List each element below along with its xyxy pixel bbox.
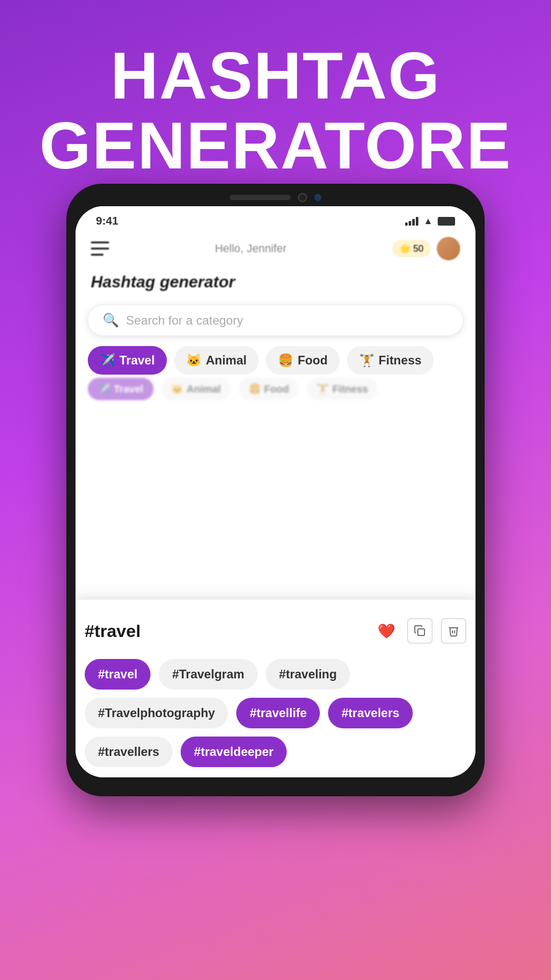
hashtag-chip[interactable]: #travelers	[328, 698, 412, 728]
hashtag-chip[interactable]: #traveldeeper	[181, 737, 287, 767]
header-greeting: Hello, Jennifer	[215, 242, 287, 255]
result-title: #travel	[85, 621, 141, 641]
hashtag-chip[interactable]: #Travelphotography	[85, 698, 228, 728]
heart-button[interactable]: ❤️	[373, 618, 399, 644]
result-card: #travel ❤️	[76, 600, 475, 777]
phone-sensor	[314, 194, 321, 201]
phone-speaker	[230, 195, 291, 200]
title-line1: HASHTAG	[110, 38, 440, 113]
category-row: ✈️ Travel 🐱 Animal 🍔 Food 🏋️	[88, 346, 463, 375]
hashtag-chip[interactable]: #traveling	[266, 659, 350, 690]
category-area: ✈️ Travel 🐱 Animal 🍔 Food 🏋️	[76, 343, 475, 411]
result-header: #travel ❤️	[85, 618, 466, 644]
phone-mockup: 9:41 ▲	[66, 184, 485, 796]
search-bar[interactable]: 🔍 Search for a category	[88, 305, 463, 336]
hashtag-chip[interactable]: #travellers	[85, 737, 172, 767]
search-placeholder: Search for a category	[126, 313, 243, 328]
hashtag-chip[interactable]: #travel	[85, 659, 151, 690]
chip-food-2: 🍔Food	[238, 378, 299, 400]
phone-screen: 9:41 ▲	[76, 206, 475, 777]
screen-inner: 9:41 ▲	[76, 206, 475, 777]
travel-label: Travel	[119, 353, 155, 368]
hashtags-area: #travel #Travelgram #traveling #Travelph…	[85, 659, 466, 767]
user-avatar[interactable]	[437, 237, 460, 260]
status-icons: ▲	[405, 216, 455, 227]
result-actions: ❤️	[373, 618, 466, 644]
chip-animal-2: 🐱Animal	[161, 378, 231, 400]
menu-icon[interactable]	[91, 241, 109, 256]
page-title: Hashtag generator	[91, 273, 460, 291]
food-label: Food	[297, 353, 328, 368]
title-line2: GENERATORE	[39, 108, 511, 183]
title-section: HASHTAG GENERATORE	[0, 0, 551, 201]
category-animal[interactable]: 🐱 Animal	[174, 346, 259, 375]
category-row-2: ✈️Travel 🐱Animal 🍔Food 🏋️Fitness	[88, 375, 463, 405]
travel-emoji: ✈️	[100, 353, 115, 368]
page-title-area: Hashtag generator	[76, 265, 475, 300]
coin-badge: 🌟 50	[392, 240, 431, 257]
food-emoji: 🍔	[278, 353, 293, 368]
delete-button[interactable]	[441, 618, 466, 644]
status-time: 9:41	[96, 214, 118, 228]
animal-emoji: 🐱	[186, 353, 202, 368]
category-food[interactable]: 🍔 Food	[266, 346, 340, 375]
header-right: 🌟 50	[392, 237, 460, 260]
category-travel[interactable]: ✈️ Travel	[88, 346, 167, 375]
phone-top-bar	[76, 193, 475, 202]
main-title: HASHTAG GENERATORE	[31, 41, 520, 180]
animal-label: Animal	[206, 353, 246, 368]
phone-frame: 9:41 ▲	[66, 184, 485, 796]
search-icon: 🔍	[103, 312, 119, 328]
wifi-icon: ▲	[423, 216, 433, 227]
status-bar: 9:41 ▲	[76, 206, 475, 232]
copy-button[interactable]	[407, 618, 433, 644]
fitness-emoji: 🏋️	[359, 353, 374, 368]
search-area: 🔍 Search for a category	[76, 300, 475, 343]
chip-travel-2: ✈️Travel	[88, 378, 154, 400]
hashtag-chip[interactable]: #travellife	[236, 698, 320, 728]
phone-camera	[298, 193, 307, 202]
battery-icon	[438, 217, 455, 226]
hashtag-chip[interactable]: #Travelgram	[159, 659, 257, 690]
svg-rect-0	[418, 629, 424, 635]
signal-bars-icon	[405, 216, 418, 226]
chip-fitness-2: 🏋️Fitness	[306, 378, 378, 400]
app-header: Hello, Jennifer 🌟 50	[76, 232, 475, 265]
fitness-label: Fitness	[379, 353, 421, 368]
category-fitness[interactable]: 🏋️ Fitness	[347, 346, 434, 375]
